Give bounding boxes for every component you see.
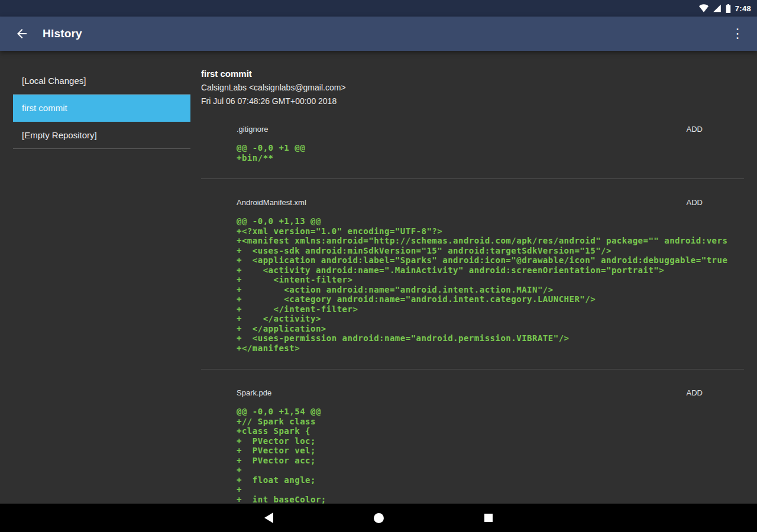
home-circle-icon xyxy=(374,513,384,523)
diff-text: @@ -0,0 +1 @@ +bin/** xyxy=(201,143,744,163)
back-triangle-icon xyxy=(264,512,273,523)
nav-back-button[interactable] xyxy=(257,506,280,530)
recents-square-icon xyxy=(484,514,493,522)
file-name: AndroidManifest.xml xyxy=(237,198,306,207)
file-header: .gitignore ADD xyxy=(201,106,744,143)
file-diff-section: .gitignore ADD @@ -0,0 +1 @@ +bin/** xyxy=(201,106,744,179)
file-diff-section: AndroidManifest.xml ADD @@ -0,0 +1,13 @@… xyxy=(201,179,744,369)
nav-recents-button[interactable] xyxy=(477,506,500,530)
status-clock: 7:48 xyxy=(735,4,751,13)
history-content: [Local Changes] first commit [Empty Repo… xyxy=(0,51,757,504)
commit-header: first commit CalsignLabs <calsignlabs@gm… xyxy=(201,60,744,106)
commit-list-item-first-commit[interactable]: first commit xyxy=(13,95,190,122)
commit-detail-pane: first commit CalsignLabs <calsignlabs@gm… xyxy=(201,60,744,504)
arrow-left-icon xyxy=(15,27,29,41)
file-name: .gitignore xyxy=(237,125,268,134)
page-title: History xyxy=(43,27,82,40)
back-button[interactable] xyxy=(8,20,35,47)
commit-author: CalsignLabs <calsignlabs@gmail.com> xyxy=(201,83,744,92)
diff-text: @@ -0,0 +1,54 @@ +// Spark class +class … xyxy=(201,407,744,504)
battery-icon xyxy=(726,4,731,13)
android-nav-bar xyxy=(0,504,757,532)
android-screen: 7:48 History ⋮ [Local Changes] first com… xyxy=(0,0,757,532)
app-bar: History ⋮ xyxy=(0,17,757,51)
file-list: .gitignore ADD @@ -0,0 +1 @@ +bin/** And… xyxy=(201,106,744,504)
file-header: AndroidManifest.xml ADD xyxy=(201,179,744,216)
status-bar: 7:48 xyxy=(0,0,757,17)
file-action-badge: ADD xyxy=(687,125,703,134)
commit-title: first commit xyxy=(201,69,744,79)
file-header: Spark.pde ADD xyxy=(201,369,744,407)
wifi-icon xyxy=(699,4,709,12)
file-name: Spark.pde xyxy=(237,388,271,397)
file-diff-section: Spark.pde ADD @@ -0,0 +1,54 @@ +// Spark… xyxy=(201,369,744,504)
signal-icon xyxy=(713,4,722,12)
file-action-badge: ADD xyxy=(687,198,703,207)
diff-text: @@ -0,0 +1,13 @@ +<?xml version="1.0" en… xyxy=(201,216,744,353)
commit-list: [Local Changes] first commit [Empty Repo… xyxy=(13,67,190,504)
file-action-badge: ADD xyxy=(687,388,703,397)
commit-date: Fri Jul 06 07:48:26 GMT+00:00 2018 xyxy=(201,96,744,106)
overflow-menu-button[interactable]: ⋮ xyxy=(727,22,748,46)
commit-list-item-local-changes[interactable]: [Local Changes] xyxy=(13,67,190,95)
commit-list-item-empty-repository[interactable]: [Empty Repository] xyxy=(13,122,190,149)
nav-home-button[interactable] xyxy=(367,506,390,530)
